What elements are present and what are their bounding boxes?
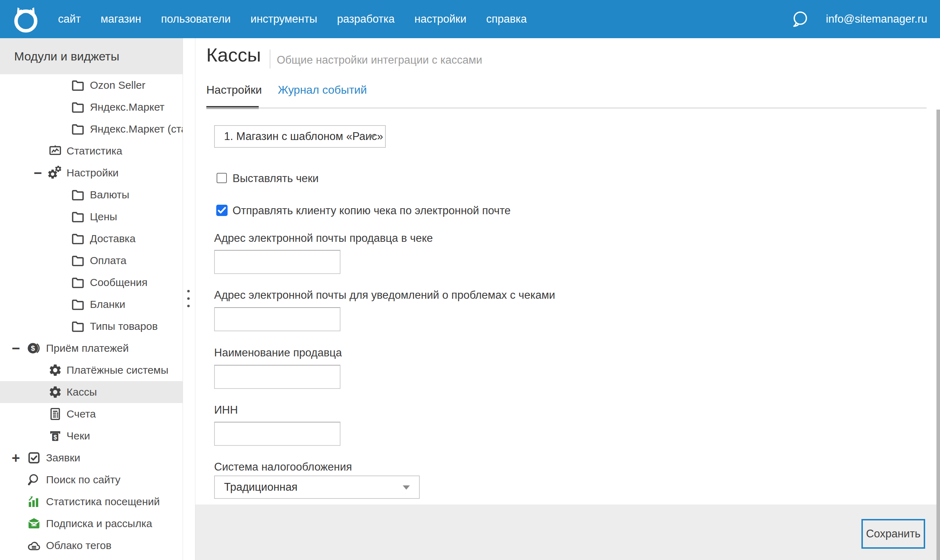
menu-item-development[interactable]: разработка (337, 13, 395, 25)
folder-icon (71, 78, 85, 92)
sidebar-item-site-search[interactable]: Поиск по сайту (0, 469, 183, 491)
seller-email-input[interactable] (214, 250, 341, 274)
main-menu: сайт магазин пользователи инструменты ра… (58, 0, 527, 38)
collapse-toggle[interactable]: − (34, 166, 42, 180)
svg-text:$: $ (54, 434, 57, 441)
sidebar-item-forms[interactable]: Бланки (0, 294, 183, 315)
folder-icon (71, 100, 85, 114)
sidebar-item-ozon-seller[interactable]: Ozon Seller (0, 74, 183, 96)
sitemanager-logo-icon[interactable] (11, 4, 41, 34)
sidebar-splitter[interactable] (183, 38, 195, 560)
send-copy-label: Отправлять клиенту копию чека по электро… (233, 205, 511, 217)
main-content: Кассы Общие настройки интеграции с касса… (195, 38, 940, 560)
tax-system-select[interactable]: Традиционная (214, 475, 420, 499)
vertical-scrollbar[interactable] (937, 109, 940, 560)
gears-icon (48, 166, 62, 180)
sidebar-item-statistics[interactable]: Статистика (0, 140, 183, 162)
modules-sidebar: Модули и виджеты Ozon Seller Яндекс.Марк… (0, 38, 183, 560)
menu-item-settings[interactable]: настройки (414, 13, 466, 25)
menu-item-users[interactable]: пользователи (161, 13, 231, 25)
sidebar-item-subscription[interactable]: Подписка и рассылка (0, 512, 183, 535)
task-icon (27, 451, 41, 465)
menu-item-site[interactable]: сайт (58, 13, 81, 25)
store-select-value: 1. Магазин с шаблоном «Раис» (224, 130, 383, 143)
seller-email-label: Адрес электронной почты продавца в чеке (214, 232, 433, 245)
folder-icon (71, 188, 85, 202)
splitter-drag-handle-icon[interactable] (187, 290, 190, 307)
sidebar-item-invoices[interactable]: Счета (0, 403, 183, 425)
folder-icon (71, 319, 85, 333)
sidebar-item-tag-cloud[interactable]: Облако тегов (0, 535, 183, 557)
inn-input[interactable] (214, 422, 341, 446)
check-icon (216, 205, 228, 216)
issue-receipts-checkbox[interactable] (217, 173, 227, 183)
sidebar-item-payment[interactable]: Оплата (0, 249, 183, 272)
sidebar-item-settings[interactable]: − Настройки (0, 162, 183, 184)
sidebar-title: Модули и виджеты (14, 49, 119, 63)
stats-board-icon (48, 144, 62, 158)
top-navigation-bar: сайт магазин пользователи инструменты ра… (0, 0, 940, 38)
folder-icon (71, 122, 85, 136)
send-copy-checkbox[interactable] (216, 205, 228, 216)
chevron-down-icon (403, 485, 410, 490)
sidebar-item-payments-accept[interactable]: − $ Приём платежей (0, 337, 183, 359)
coin-icon: $ (27, 341, 41, 355)
tax-system-value: Традиционная (224, 481, 298, 494)
sidebar-item-prices[interactable]: Цены (0, 206, 183, 228)
gear-icon (48, 363, 62, 377)
visits-chart-icon (27, 495, 41, 509)
sidebar-item-messages[interactable]: Сообщения (0, 272, 183, 294)
sidebar-item-currencies[interactable]: Валюты (0, 184, 183, 206)
invoice-icon (48, 407, 62, 421)
tabs-rule (206, 108, 926, 109)
seller-name-input[interactable] (214, 365, 341, 389)
problems-email-label: Адрес электронной почты для уведомлений … (214, 289, 555, 302)
nav-right-group: info@sitemanager.ru (791, 0, 927, 38)
search-icon (27, 473, 41, 487)
folder-icon (71, 275, 85, 289)
svg-text:$: $ (31, 344, 35, 352)
menu-item-tools[interactable]: инструменты (250, 13, 317, 25)
sidebar-header: Модули и виджеты (0, 38, 183, 74)
chevron-down-icon (369, 135, 376, 139)
gear-icon (48, 385, 62, 399)
collapse-toggle[interactable]: − (12, 341, 20, 355)
tax-system-label: Система налогообложения (214, 461, 352, 473)
tab-settings[interactable]: Настройки (206, 83, 262, 97)
save-button[interactable]: Сохранить (861, 519, 925, 549)
chat-bubble-icon[interactable] (791, 10, 809, 28)
sidebar-item-visit-statistics[interactable]: Статистика посещений (0, 491, 183, 512)
sidebar-item-yandex-market[interactable]: Яндекс.Маркет (0, 96, 183, 118)
sidebar-tree: Ozon Seller Яндекс.Маркет Яндекс.Маркет … (0, 74, 183, 557)
sidebar-item-delivery[interactable]: Доставка (0, 228, 183, 249)
tab-event-log[interactable]: Журнал событий (278, 83, 367, 97)
menu-item-help[interactable]: справка (486, 13, 527, 25)
form-footer: Сохранить (195, 505, 940, 560)
sidebar-item-payment-systems[interactable]: Платёжные системы (0, 359, 183, 381)
folder-icon (71, 210, 85, 224)
mail-icon (27, 517, 41, 531)
folder-icon (71, 254, 85, 268)
sidebar-item-requests[interactable]: + Заявки (0, 447, 183, 469)
expand-toggle[interactable]: + (12, 451, 20, 465)
sidebar-item-product-types[interactable]: Типы товаров (0, 315, 183, 337)
tag-cloud-icon (27, 538, 41, 552)
sidebar-item-yandex-market-old[interactable]: Яндекс.Маркет (старый) (0, 118, 183, 140)
support-email-link[interactable]: info@sitemanager.ru (826, 13, 927, 25)
menu-item-shop[interactable]: магазин (100, 13, 141, 25)
receipt-icon: $ (48, 429, 62, 443)
sidebar-item-receipts[interactable]: $ Чеки (0, 425, 183, 447)
inn-label: ИНН (214, 404, 238, 417)
store-select[interactable]: 1. Магазин с шаблоном «Раис» (214, 125, 386, 148)
page-subtitle: Общие настройки интеграции с кассами (277, 54, 482, 66)
sidebar-item-cash-registers[interactable]: Кассы (0, 381, 183, 403)
folder-icon (71, 232, 85, 246)
title-divider (270, 49, 270, 69)
page-title: Кассы (206, 44, 261, 66)
seller-name-label: Наименование продавца (214, 346, 342, 359)
issue-receipts-label: Выставлять чеки (233, 172, 318, 185)
problems-email-input[interactable] (214, 307, 341, 331)
folder-icon (71, 297, 85, 311)
